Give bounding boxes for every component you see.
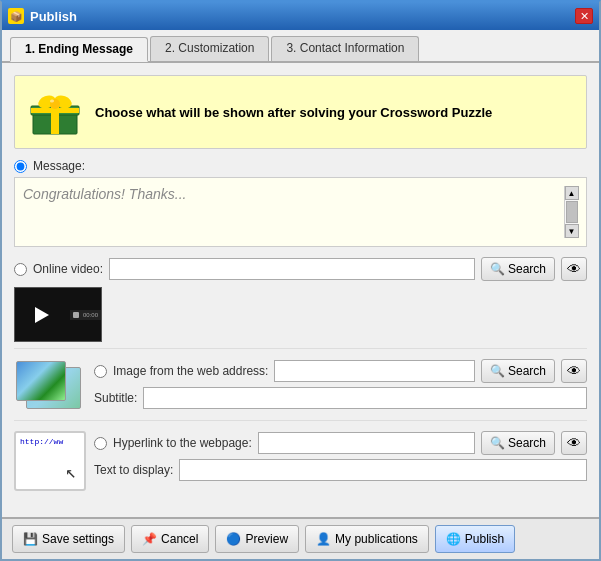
cursor-icon: ↖: [65, 461, 76, 483]
http-thumbnail: http://ww ↖: [14, 431, 86, 491]
hyperlink-fields: Hyperlink to the webpage: 🔍 Search 👁 Tex…: [94, 431, 587, 481]
video-url-input[interactable]: [109, 258, 475, 280]
preview-icon: 🔵: [226, 532, 241, 546]
image-eye-button[interactable]: 👁: [561, 359, 587, 383]
video-search-button[interactable]: 🔍 Search: [481, 257, 555, 281]
main-window: 📦 Publish ✕ 1. Ending Message 2. Customi…: [0, 0, 601, 561]
cancel-label: Cancel: [161, 532, 198, 546]
hyperlink-eye-button[interactable]: 👁: [561, 431, 587, 455]
image-search-button[interactable]: 🔍 Search: [481, 359, 555, 383]
message-scrollbar: ▲ ▼: [564, 186, 578, 238]
message-section: Message: Congratulations! Thanks... ▲ ▼: [14, 159, 587, 247]
eye-icon-2: 👁: [567, 363, 581, 379]
tab-customization[interactable]: 2. Customization: [150, 36, 269, 61]
preview-label: Preview: [245, 532, 288, 546]
hyperlink-radio[interactable]: [94, 437, 107, 450]
image-thumbnail: [14, 359, 86, 414]
tab-bar: 1. Ending Message 2. Customization 3. Co…: [2, 30, 599, 63]
image-card-front: [16, 361, 66, 401]
hyperlink-search-button[interactable]: 🔍 Search: [481, 431, 555, 455]
header-text: Choose what will be shown after solving …: [95, 105, 492, 120]
scroll-thumb[interactable]: [566, 201, 578, 223]
text-display-row: Text to display:: [94, 459, 587, 481]
eye-icon: 👁: [567, 261, 581, 277]
image-fields: Image from the web address: 🔍 Search 👁 S…: [94, 359, 587, 409]
video-radio[interactable]: [14, 263, 27, 276]
hyperlink-section: http://ww ↖ Hyperlink to the webpage: 🔍 …: [14, 431, 587, 491]
hyperlink-url-input[interactable]: [258, 432, 475, 454]
cancel-icon: 📌: [142, 532, 157, 546]
search-icon-3: 🔍: [490, 436, 505, 450]
message-radio[interactable]: [14, 160, 27, 173]
image-label: Image from the web address:: [113, 364, 268, 378]
publish-icon: 🌐: [446, 532, 461, 546]
text-display-input[interactable]: [179, 459, 587, 481]
video-thumbnail: 00:00: [14, 287, 102, 342]
play-icon: [35, 307, 49, 323]
image-section: Image from the web address: 🔍 Search 👁 S…: [14, 359, 587, 421]
scroll-down[interactable]: ▼: [565, 224, 579, 238]
message-textarea[interactable]: Congratulations! Thanks...: [23, 186, 564, 238]
video-eye-button[interactable]: 👁: [561, 257, 587, 281]
image-url-row: Image from the web address: 🔍 Search 👁: [94, 359, 587, 383]
hyperlink-url-row: Hyperlink to the webpage: 🔍 Search 👁: [94, 431, 587, 455]
hyperlink-label: Hyperlink to the webpage:: [113, 436, 252, 450]
scroll-up[interactable]: ▲: [565, 186, 579, 200]
publish-button[interactable]: 🌐 Publish: [435, 525, 515, 553]
cancel-button[interactable]: 📌 Cancel: [131, 525, 209, 553]
window-icon: 📦: [8, 8, 24, 24]
image-search-label: Search: [508, 364, 546, 378]
subtitle-label: Subtitle:: [94, 391, 137, 405]
online-video-section: Online video: 🔍 Search 👁: [14, 257, 587, 349]
video-field-row: Online video: 🔍 Search 👁: [14, 257, 587, 281]
gift-icon: [27, 84, 83, 140]
search-icon: 🔍: [490, 262, 505, 276]
hyperlink-search-label: Search: [508, 436, 546, 450]
save-icon: 💾: [23, 532, 38, 546]
video-search-label: Search: [508, 262, 546, 276]
preview-button[interactable]: 🔵 Preview: [215, 525, 299, 553]
tab-contact[interactable]: 3. Contact Information: [271, 36, 419, 61]
video-controls: 00:00: [70, 310, 101, 320]
eye-icon-3: 👁: [567, 435, 581, 451]
message-radio-row: Message:: [14, 159, 587, 173]
title-bar: 📦 Publish ✕: [2, 2, 599, 30]
image-url-input[interactable]: [274, 360, 475, 382]
message-area: Congratulations! Thanks... ▲ ▼: [14, 177, 587, 247]
video-label: Online video:: [33, 262, 103, 276]
save-button[interactable]: 💾 Save settings: [12, 525, 125, 553]
image-radio[interactable]: [94, 365, 107, 378]
publications-icon: 👤: [316, 532, 331, 546]
subtitle-input[interactable]: [143, 387, 587, 409]
header-box: Choose what will be shown after solving …: [14, 75, 587, 149]
publish-label: Publish: [465, 532, 504, 546]
title-bar-left: 📦 Publish: [8, 8, 77, 24]
http-text: http://ww: [20, 437, 63, 446]
tab-ending[interactable]: 1. Ending Message: [10, 37, 148, 62]
message-label: Message:: [33, 159, 85, 173]
subtitle-row: Subtitle:: [94, 387, 587, 409]
tab-content: Choose what will be shown after solving …: [2, 63, 599, 517]
search-icon-2: 🔍: [490, 364, 505, 378]
bottom-bar: 💾 Save settings 📌 Cancel 🔵 Preview 👤 My …: [2, 517, 599, 559]
window-title: Publish: [30, 9, 77, 24]
publications-label: My publications: [335, 532, 418, 546]
text-display-label: Text to display:: [94, 463, 173, 477]
save-label: Save settings: [42, 532, 114, 546]
publications-button[interactable]: 👤 My publications: [305, 525, 429, 553]
close-button[interactable]: ✕: [575, 8, 593, 24]
